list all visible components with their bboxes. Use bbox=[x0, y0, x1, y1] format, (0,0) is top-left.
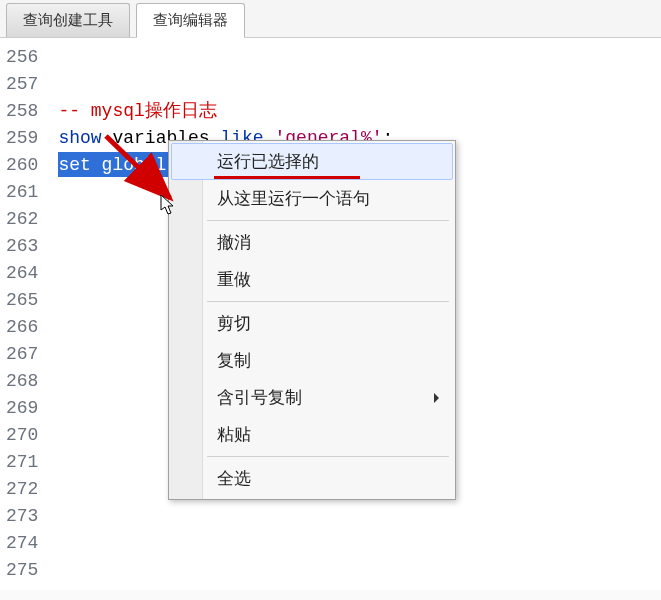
line-number: 274 bbox=[6, 530, 38, 557]
menu-undo[interactable]: 撤消 bbox=[171, 224, 453, 261]
menu-run-from-here[interactable]: 从这里运行一个语句 bbox=[171, 180, 453, 217]
menu-separator bbox=[207, 220, 449, 221]
line-number: 262 bbox=[6, 206, 38, 233]
line-number: 267 bbox=[6, 341, 38, 368]
menu-copy-quoted-label: 含引号复制 bbox=[217, 388, 302, 407]
code-line bbox=[48, 530, 661, 557]
line-number: 265 bbox=[6, 287, 38, 314]
line-number: 268 bbox=[6, 368, 38, 395]
menu-paste[interactable]: 粘贴 bbox=[171, 416, 453, 453]
line-number: 269 bbox=[6, 395, 38, 422]
line-number: 259 bbox=[6, 125, 38, 152]
code-line bbox=[48, 557, 661, 584]
line-number: 260 bbox=[6, 152, 38, 179]
code-line bbox=[48, 503, 661, 530]
line-number: 257 bbox=[6, 71, 38, 98]
line-number: 261 bbox=[6, 179, 38, 206]
line-number: 275 bbox=[6, 557, 38, 584]
context-menu: 运行已选择的 从这里运行一个语句 撤消 重做 剪切 复制 含引号复制 粘贴 全选 bbox=[168, 140, 456, 500]
menu-copy[interactable]: 复制 bbox=[171, 342, 453, 379]
tab-bar: 查询创建工具 查询编辑器 bbox=[0, 0, 661, 38]
menu-separator bbox=[207, 456, 449, 457]
tab-query-editor[interactable]: 查询编辑器 bbox=[136, 3, 245, 38]
code-line: -- mysql操作日志 bbox=[48, 98, 661, 125]
line-number: 271 bbox=[6, 449, 38, 476]
code-line bbox=[48, 71, 661, 98]
line-number: 266 bbox=[6, 314, 38, 341]
menu-select-all[interactable]: 全选 bbox=[171, 460, 453, 497]
line-number: 270 bbox=[6, 422, 38, 449]
menu-copy-quoted[interactable]: 含引号复制 bbox=[171, 379, 453, 416]
line-number: 264 bbox=[6, 260, 38, 287]
code-line bbox=[48, 44, 661, 71]
tab-query-builder[interactable]: 查询创建工具 bbox=[6, 3, 130, 37]
line-number: 272 bbox=[6, 476, 38, 503]
submenu-arrow-icon bbox=[434, 393, 439, 403]
line-number: 263 bbox=[6, 233, 38, 260]
menu-separator bbox=[207, 301, 449, 302]
line-number: 273 bbox=[6, 503, 38, 530]
line-number: 256 bbox=[6, 44, 38, 71]
menu-redo[interactable]: 重做 bbox=[171, 261, 453, 298]
menu-cut[interactable]: 剪切 bbox=[171, 305, 453, 342]
line-number: 258 bbox=[6, 98, 38, 125]
menu-run-selected[interactable]: 运行已选择的 bbox=[171, 143, 453, 180]
line-number-gutter: 2562572582592602612622632642652662672682… bbox=[0, 38, 48, 590]
